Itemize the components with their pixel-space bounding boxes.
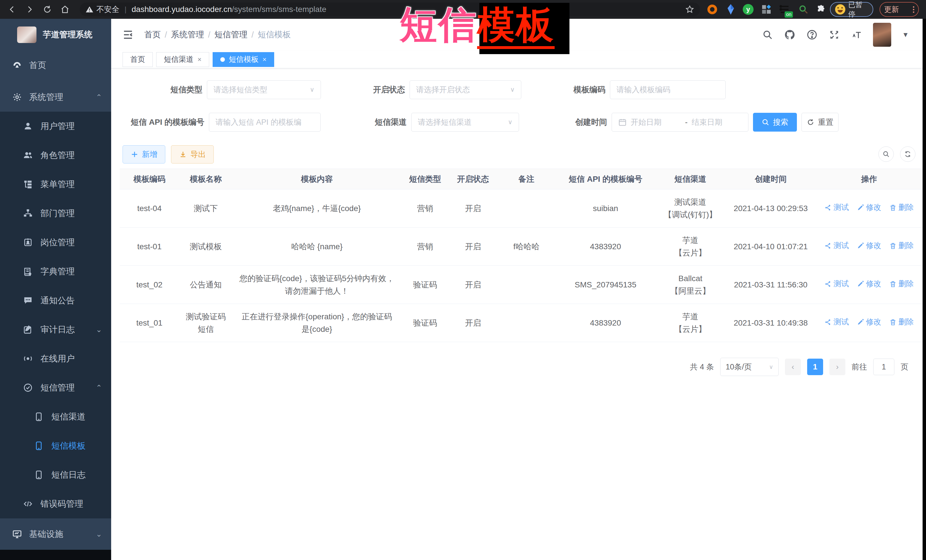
browser-update-button[interactable]: 更新 (879, 2, 919, 17)
page-size-select[interactable]: 10条/页 ∨ (720, 358, 779, 376)
template-code-input[interactable] (610, 80, 726, 99)
close-icon[interactable]: × (262, 56, 266, 63)
tab-sms-channel[interactable]: 短信渠道 × (156, 52, 209, 67)
edit-icon (857, 280, 864, 288)
sidebar-item-posts[interactable]: 岗位管理 (0, 228, 111, 257)
dictionary-icon (23, 266, 33, 276)
sidebar-item-sms[interactable]: 短信管理 ⌃ (0, 373, 111, 402)
sidebar-item-error-codes[interactable]: 错误码管理 (0, 489, 111, 518)
filter-create-time: 创建时间 开始日期 - 结束日期 (570, 113, 749, 131)
share-icon (824, 204, 832, 211)
sidebar-item-sms-log[interactable]: 短信日志 (0, 460, 111, 489)
edit-link[interactable]: 修改 (857, 278, 881, 290)
search-button[interactable]: 搜索 (753, 113, 797, 131)
total-count: 共 4 条 (690, 362, 714, 372)
app-logo-row: 芋道管理系统 (0, 19, 111, 51)
org-chart-icon (23, 208, 33, 219)
extension-icon-green-y[interactable]: y (742, 3, 754, 15)
export-button[interactable]: 导出 (171, 145, 214, 163)
sidebar-item-home[interactable]: 首页 (0, 51, 111, 80)
bookmark-star-icon[interactable] (685, 5, 694, 14)
chevron-down-icon: ⌄ (96, 530, 102, 539)
search-toggle-button[interactable] (878, 146, 894, 162)
sidebar: 芋道管理系统 首页 系统管理 ⌃ 用户管理 角色管理 菜单管理 部门管理 岗位管… (0, 19, 111, 560)
chevron-down-icon[interactable]: ▼ (902, 31, 909, 39)
phone-icon (33, 470, 44, 480)
app-logo (17, 27, 36, 43)
test-link[interactable]: 测试 (824, 240, 849, 252)
sidebar-item-audit-log[interactable]: 审计日志 ⌄ (0, 315, 111, 344)
trash-icon (889, 242, 897, 249)
api-template-id-input[interactable] (209, 113, 321, 131)
profile-label: 已暂停 (848, 0, 868, 19)
delete-link[interactable]: 删除 (889, 278, 914, 290)
tab-sms-template[interactable]: 短信模板 × (213, 52, 274, 67)
sidebar-item-dictionary[interactable]: 字典管理 (0, 257, 111, 286)
address-bar[interactable]: 不安全 | dashboard.yudao.iocoder.cn/system/… (80, 3, 700, 16)
test-link[interactable]: 测试 (824, 278, 849, 290)
active-dot-icon (220, 57, 225, 62)
delete-link[interactable]: 删除 (889, 316, 914, 328)
status-select[interactable]: 请选择开启状态 ∨ (410, 80, 521, 99)
date-range-picker[interactable]: 开始日期 - 结束日期 (611, 113, 749, 131)
sidebar-item-roles[interactable]: 角色管理 (0, 141, 111, 170)
sidebar-item-sms-channel[interactable]: 短信渠道 (0, 402, 111, 431)
delete-link[interactable]: 删除 (889, 240, 914, 252)
sidebar-item-users[interactable]: 用户管理 (0, 112, 111, 141)
filter-channel: 短信渠道 请选择短信渠道 ∨ (370, 113, 519, 131)
fullscreen-icon[interactable] (829, 29, 840, 41)
edit-link[interactable]: 修改 (857, 202, 881, 214)
github-icon[interactable] (784, 29, 796, 41)
browser-profile-chip[interactable]: 已暂停 (830, 2, 873, 17)
channel-select[interactable]: 请选择短信渠道 ∨ (411, 113, 519, 131)
refresh-table-button[interactable] (900, 146, 915, 162)
on-badge: on (785, 11, 793, 18)
close-icon[interactable]: × (198, 56, 201, 63)
table-row: test-01 测试模板 哈哈哈 {name} 营销 开启 f哈哈哈 43839… (120, 228, 922, 266)
collapse-sidebar-button[interactable] (122, 29, 134, 41)
sms-type-select[interactable]: 请选择短信类型 ∨ (207, 80, 321, 99)
sidebar-item-infrastructure[interactable]: 基础设施 ⌄ (0, 518, 111, 550)
tab-home[interactable]: 首页 (123, 52, 153, 67)
help-icon[interactable] (806, 29, 818, 41)
reset-button[interactable]: 重置 (802, 113, 838, 131)
back-icon[interactable] (6, 4, 18, 15)
sidebar-item-menus[interactable]: 菜单管理 (0, 170, 111, 199)
sidebar-item-online-users[interactable]: 在线用户 (0, 344, 111, 373)
current-page-button[interactable]: 1 (807, 359, 823, 375)
share-icon (824, 280, 832, 288)
sidebar-item-notices[interactable]: 通知公告 (0, 286, 111, 315)
sidebar-item-sms-template[interactable]: 短信模板 (0, 431, 111, 460)
home-icon[interactable] (59, 4, 71, 15)
add-button[interactable]: 新增 (123, 145, 165, 163)
search-icon[interactable] (762, 29, 773, 41)
extension-icon-magnifier[interactable] (797, 3, 809, 15)
sidebar-item-departments[interactable]: 部门管理 (0, 199, 111, 228)
edit-link[interactable]: 修改 (857, 316, 881, 328)
download-icon (179, 150, 187, 158)
sidebar-item-system[interactable]: 系统管理 ⌃ (0, 83, 111, 112)
extension-icon-pin[interactable] (725, 3, 737, 15)
edit-link[interactable]: 修改 (857, 240, 881, 252)
page-unit-label: 页 (901, 362, 908, 372)
calendar-icon (618, 118, 627, 127)
breadcrumb-home[interactable]: 首页 (144, 29, 161, 41)
delete-link[interactable]: 删除 (889, 202, 914, 214)
next-page-button[interactable]: › (829, 359, 845, 375)
extensions-puzzle-icon[interactable] (815, 3, 827, 15)
table-header-row: 模板编码 模板名称 模板内容 短信类型 开启状态 备注 短信 API 的模板编号… (120, 169, 922, 189)
prev-page-button[interactable]: ‹ (785, 359, 801, 375)
extension-icon-tabs[interactable]: on (779, 3, 791, 15)
reload-icon[interactable] (42, 4, 53, 15)
test-link[interactable]: 测试 (824, 202, 849, 214)
extension-icon-grid[interactable] (760, 3, 772, 15)
extension-icon-orange[interactable] (706, 3, 718, 15)
forward-icon[interactable] (24, 4, 35, 15)
font-size-icon[interactable] (851, 29, 862, 41)
screen-edge (923, 19, 926, 560)
test-link[interactable]: 测试 (824, 316, 849, 328)
goto-page-input[interactable] (873, 359, 894, 375)
breadcrumb-sms[interactable]: 短信管理 (214, 29, 247, 41)
breadcrumb-system[interactable]: 系统管理 (171, 29, 204, 41)
user-avatar[interactable] (873, 23, 891, 47)
